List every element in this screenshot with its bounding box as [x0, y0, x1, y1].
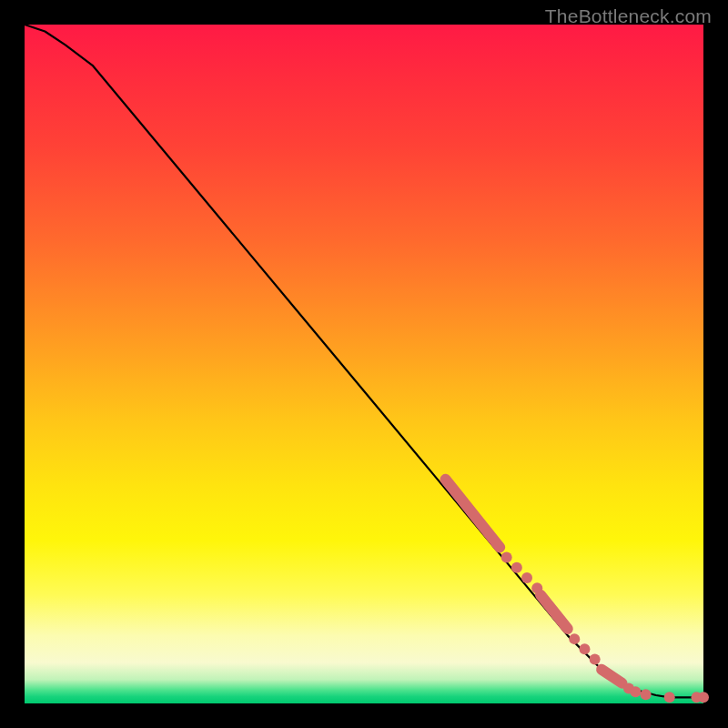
segment-upper — [446, 480, 500, 548]
markers-group — [446, 480, 709, 703]
points-tail-1 — [630, 686, 641, 697]
points-mid-0 — [501, 552, 512, 563]
points-mid-1 — [511, 562, 522, 573]
plot-area — [25, 25, 703, 703]
points-mid-2 — [521, 572, 532, 583]
points-lower-1 — [579, 643, 590, 654]
watermark-text: TheBottleneck.com — [545, 5, 712, 27]
bottleneck-curve — [25, 25, 703, 697]
chart-frame: TheBottleneck.com — [0, 0, 728, 728]
segment-lower — [602, 670, 622, 683]
points-tail-3 — [664, 692, 675, 703]
points-lower-2 — [590, 654, 601, 665]
points-tail-2 — [641, 689, 652, 700]
chart-svg — [25, 25, 703, 703]
points-lower-0 — [569, 633, 580, 644]
points-tail-5 — [698, 692, 709, 703]
segment-mid — [541, 595, 568, 629]
